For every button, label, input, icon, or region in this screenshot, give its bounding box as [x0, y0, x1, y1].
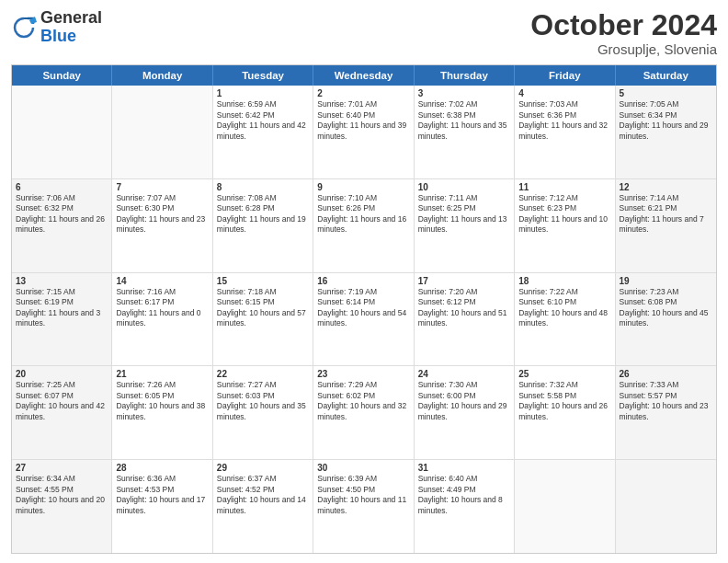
- day-number: 17: [418, 276, 510, 286]
- cal-row: 6Sunrise: 7:06 AM Sunset: 6:32 PM Daylig…: [12, 179, 716, 273]
- cal-cell: 5Sunrise: 7:05 AM Sunset: 6:34 PM Daylig…: [616, 86, 716, 178]
- day-number: 27: [16, 463, 108, 473]
- day-number: 16: [317, 276, 409, 286]
- cell-info: Sunrise: 7:14 AM Sunset: 6:21 PM Dayligh…: [620, 193, 712, 236]
- day-number: 23: [317, 369, 409, 379]
- cal-cell: 16Sunrise: 7:19 AM Sunset: 6:14 PM Dayli…: [313, 273, 414, 366]
- day-number: 8: [217, 182, 309, 192]
- cal-cell: 18Sunrise: 7:22 AM Sunset: 6:10 PM Dayli…: [515, 273, 615, 366]
- cal-cell: 17Sunrise: 7:20 AM Sunset: 6:12 PM Dayli…: [415, 273, 515, 366]
- cal-cell: [112, 86, 212, 178]
- cal-cell: 21Sunrise: 7:26 AM Sunset: 6:05 PM Dayli…: [112, 366, 212, 459]
- cal-row: 1Sunrise: 6:59 AM Sunset: 6:42 PM Daylig…: [12, 86, 716, 179]
- day-number: 11: [518, 182, 610, 192]
- cal-header-cell: Friday: [515, 65, 615, 86]
- cal-cell: 8Sunrise: 7:08 AM Sunset: 6:28 PM Daylig…: [213, 179, 313, 272]
- cal-row: 20Sunrise: 7:25 AM Sunset: 6:07 PM Dayli…: [12, 366, 716, 460]
- day-number: 25: [518, 369, 610, 379]
- calendar-header: SundayMondayTuesdayWednesdayThursdayFrid…: [12, 65, 716, 86]
- cal-cell: 12Sunrise: 7:14 AM Sunset: 6:21 PM Dayli…: [616, 179, 716, 272]
- cal-cell: [12, 86, 112, 178]
- cell-info: Sunrise: 7:10 AM Sunset: 6:26 PM Dayligh…: [317, 193, 409, 236]
- cal-row: 13Sunrise: 7:15 AM Sunset: 6:19 PM Dayli…: [12, 273, 716, 367]
- cell-info: Sunrise: 7:32 AM Sunset: 5:58 PM Dayligh…: [518, 380, 610, 422]
- day-number: 18: [518, 276, 610, 286]
- cell-info: Sunrise: 7:25 AM Sunset: 6:07 PM Dayligh…: [16, 380, 108, 422]
- cell-info: Sunrise: 6:36 AM Sunset: 4:53 PM Dayligh…: [116, 474, 208, 516]
- cal-header-cell: Thursday: [415, 65, 515, 86]
- cell-info: Sunrise: 7:01 AM Sunset: 6:40 PM Dayligh…: [317, 99, 409, 142]
- month-year: October 2024: [530, 9, 717, 41]
- cell-info: Sunrise: 7:05 AM Sunset: 6:34 PM Dayligh…: [620, 99, 712, 142]
- cal-header-cell: Saturday: [616, 65, 716, 86]
- cal-cell: 26Sunrise: 7:33 AM Sunset: 5:57 PM Dayli…: [616, 366, 716, 459]
- cell-info: Sunrise: 7:22 AM Sunset: 6:10 PM Dayligh…: [518, 287, 610, 329]
- day-number: 7: [116, 182, 208, 192]
- day-number: 12: [620, 182, 712, 192]
- cal-header-cell: Sunday: [12, 65, 112, 86]
- day-number: 31: [418, 463, 510, 473]
- cell-info: Sunrise: 7:06 AM Sunset: 6:32 PM Dayligh…: [16, 193, 108, 236]
- day-number: 13: [16, 276, 108, 286]
- calendar: SundayMondayTuesdayWednesdayThursdayFrid…: [11, 64, 717, 554]
- cell-info: Sunrise: 7:20 AM Sunset: 6:12 PM Dayligh…: [418, 287, 510, 329]
- day-number: 20: [16, 369, 108, 379]
- cell-info: Sunrise: 6:39 AM Sunset: 4:50 PM Dayligh…: [317, 474, 409, 516]
- cell-info: Sunrise: 7:29 AM Sunset: 6:02 PM Dayligh…: [317, 380, 409, 422]
- cal-cell: 11Sunrise: 7:12 AM Sunset: 6:23 PM Dayli…: [515, 179, 615, 272]
- day-number: 29: [217, 463, 309, 473]
- cal-cell: 15Sunrise: 7:18 AM Sunset: 6:15 PM Dayli…: [213, 273, 313, 366]
- logo: General Blue: [11, 9, 102, 46]
- cell-info: Sunrise: 7:08 AM Sunset: 6:28 PM Dayligh…: [217, 193, 309, 236]
- cal-header-cell: Tuesday: [213, 65, 313, 86]
- day-number: 4: [518, 88, 610, 98]
- cell-info: Sunrise: 7:30 AM Sunset: 6:00 PM Dayligh…: [418, 380, 510, 422]
- cell-info: Sunrise: 7:23 AM Sunset: 6:08 PM Dayligh…: [620, 287, 712, 329]
- day-number: 28: [116, 463, 208, 473]
- cal-cell: 19Sunrise: 7:23 AM Sunset: 6:08 PM Dayli…: [616, 273, 716, 366]
- cal-cell: 29Sunrise: 6:37 AM Sunset: 4:52 PM Dayli…: [213, 460, 313, 553]
- cal-cell: 24Sunrise: 7:30 AM Sunset: 6:00 PM Dayli…: [415, 366, 515, 459]
- cal-cell: 2Sunrise: 7:01 AM Sunset: 6:40 PM Daylig…: [313, 86, 414, 178]
- day-number: 19: [620, 276, 712, 286]
- day-number: 5: [620, 88, 712, 98]
- page: General Blue October 2024 Grosuplje, Slo…: [0, 0, 728, 563]
- cal-cell: 6Sunrise: 7:06 AM Sunset: 6:32 PM Daylig…: [12, 179, 112, 272]
- cal-cell: 13Sunrise: 7:15 AM Sunset: 6:19 PM Dayli…: [12, 273, 112, 366]
- cal-cell: 28Sunrise: 6:36 AM Sunset: 4:53 PM Dayli…: [112, 460, 212, 553]
- cal-header-cell: Monday: [112, 65, 212, 86]
- cal-cell: [515, 460, 615, 553]
- cell-info: Sunrise: 7:33 AM Sunset: 5:57 PM Dayligh…: [620, 380, 712, 422]
- cal-cell: 31Sunrise: 6:40 AM Sunset: 4:49 PM Dayli…: [415, 460, 515, 553]
- cell-info: Sunrise: 7:27 AM Sunset: 6:03 PM Dayligh…: [217, 380, 309, 422]
- cal-cell: 1Sunrise: 6:59 AM Sunset: 6:42 PM Daylig…: [213, 86, 313, 178]
- cal-cell: 3Sunrise: 7:02 AM Sunset: 6:38 PM Daylig…: [415, 86, 515, 178]
- logo-text: General Blue: [40, 9, 102, 46]
- day-number: 22: [217, 369, 309, 379]
- cell-info: Sunrise: 7:11 AM Sunset: 6:25 PM Dayligh…: [418, 193, 510, 236]
- day-number: 26: [620, 369, 712, 379]
- cal-cell: 10Sunrise: 7:11 AM Sunset: 6:25 PM Dayli…: [415, 179, 515, 272]
- cal-cell: 7Sunrise: 7:07 AM Sunset: 6:30 PM Daylig…: [112, 179, 212, 272]
- day-number: 15: [217, 276, 309, 286]
- header: General Blue October 2024 Grosuplje, Slo…: [11, 9, 717, 57]
- cal-row: 27Sunrise: 6:34 AM Sunset: 4:55 PM Dayli…: [12, 460, 716, 553]
- cell-info: Sunrise: 7:02 AM Sunset: 6:38 PM Dayligh…: [418, 99, 510, 142]
- cell-info: Sunrise: 7:26 AM Sunset: 6:05 PM Dayligh…: [116, 380, 208, 422]
- cell-info: Sunrise: 6:37 AM Sunset: 4:52 PM Dayligh…: [217, 474, 309, 516]
- day-number: 3: [418, 88, 510, 98]
- day-number: 1: [217, 88, 309, 98]
- cell-info: Sunrise: 6:59 AM Sunset: 6:42 PM Dayligh…: [217, 99, 309, 142]
- day-number: 6: [16, 182, 108, 192]
- logo-icon: [11, 15, 37, 40]
- day-number: 2: [317, 88, 409, 98]
- day-number: 24: [418, 369, 510, 379]
- cell-info: Sunrise: 7:07 AM Sunset: 6:30 PM Dayligh…: [116, 193, 208, 236]
- day-number: 14: [116, 276, 208, 286]
- cell-info: Sunrise: 7:03 AM Sunset: 6:36 PM Dayligh…: [518, 99, 610, 142]
- cal-cell: 25Sunrise: 7:32 AM Sunset: 5:58 PM Dayli…: [515, 366, 615, 459]
- day-number: 9: [317, 182, 409, 192]
- location: Grosuplje, Slovenia: [530, 41, 717, 57]
- day-number: 30: [317, 463, 409, 473]
- cell-info: Sunrise: 6:34 AM Sunset: 4:55 PM Dayligh…: [16, 474, 108, 516]
